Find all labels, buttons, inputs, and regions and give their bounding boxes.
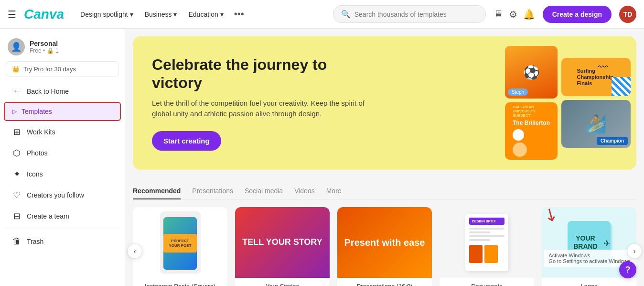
card-documents-label: Documents (467, 278, 506, 286)
search-icon: 🔍 (341, 10, 351, 19)
tab-more[interactable]: More (326, 183, 342, 199)
user-section: 👤 Personal Free • 🔒 1 (0, 34, 125, 61)
monitor-icon[interactable]: 🖥 (494, 9, 503, 20)
hero-images-col-1: ⚽ Steph HALLORAN UNIVERSITY SUBJECT The … (505, 46, 558, 160)
top-navigation: ☰ Canva Design spotlight ▾ Business ▾ Ed… (0, 0, 644, 29)
pres-text: Present with ease (344, 237, 425, 248)
card-stories[interactable]: TELL YOUR STORY Your Stories (235, 207, 330, 286)
sidebar-item-templates[interactable]: ▷ Templates (4, 102, 121, 121)
try-pro-button[interactable]: 👑 Try Pro for 30 days (6, 61, 119, 77)
photos-icon: ⬡ (11, 148, 22, 158)
presentations-thumbnail: Present with ease (337, 207, 432, 278)
athlete-photo (513, 143, 527, 157)
sidebar-item-back-home[interactable]: ← Back to Home (4, 81, 121, 101)
crown-icon: 👑 (12, 66, 20, 73)
nav-business[interactable]: Business ▾ (140, 8, 182, 21)
tabs: Recommended Presentations Social media V… (133, 183, 636, 199)
team-icon: ⊟ (11, 211, 22, 221)
nav-icon-group: 🖥 ⚙ 🔔 (494, 9, 535, 20)
tab-presentations[interactable]: Presentations (192, 183, 233, 199)
user-info: Personal Free • 🔒 1 (30, 40, 59, 54)
card-logos-label: Logos (577, 278, 601, 286)
tab-social-media[interactable]: Social media (245, 183, 283, 199)
card-stories-label: Your Stories (262, 278, 303, 286)
steph-badge: Steph (508, 88, 528, 96)
card-documents[interactable]: DESIGN BRIEF Documents (440, 207, 534, 286)
scroll-right-button[interactable]: › (627, 243, 642, 259)
card-instagram-label: Instagram Posts (Square) (141, 278, 219, 286)
nav-more-button[interactable]: ••• (230, 7, 248, 22)
nav-education[interactable]: Education ▾ (183, 8, 228, 21)
hero-card-surf-photo: 🏄 Champion (561, 100, 631, 148)
hero-card-surfing: Surfing Championship Finals 〰 (561, 58, 631, 96)
checker-pattern (612, 77, 631, 96)
create-design-button[interactable]: Create a design (543, 6, 612, 23)
trash-icon: 🗑 (11, 236, 22, 246)
instagram-thumbnail: PERFECT YOUR POST (133, 207, 227, 278)
sidebar-item-create-team[interactable]: ⊟ Create a team (4, 206, 121, 226)
icons-icon: ✦ (11, 169, 22, 179)
card-presentations-label: Presentations (16:9) (353, 278, 416, 286)
sidebar-item-trash[interactable]: 🗑 Trash (4, 231, 121, 251)
card-presentations[interactable]: Present with ease Presentations (16:9) (337, 207, 432, 286)
hero-images: ⚽ Steph HALLORAN UNIVERSITY SUBJECT The … (436, 36, 636, 170)
hero-description: Let the thrill of the competition fuel y… (152, 98, 381, 120)
nav-links: Design spotlight ▾ Business ▾ Education … (75, 7, 248, 22)
hamburger-menu[interactable]: ☰ (8, 9, 16, 20)
hero-banner: Celebrate the journey to victory Let the… (133, 36, 636, 170)
sidebar-item-work-kits[interactable]: ⊞ Work Kits (4, 122, 121, 142)
user-plan: Free • 🔒 1 (30, 47, 59, 54)
avatar[interactable]: TD (619, 6, 636, 23)
tabs-section: Recommended Presentations Social media V… (125, 177, 644, 199)
work-kits-icon: ⊞ (11, 127, 22, 137)
doc-header: DESIGN BRIEF (469, 218, 504, 225)
sidebar: 👤 Personal Free • 🔒 1 👑 Try Pro for 30 d… (0, 29, 125, 286)
chevron-right-icon: ▷ (12, 108, 17, 115)
user-avatar: 👤 (8, 38, 25, 55)
main-layout: 👤 Personal Free • 🔒 1 👑 Try Pro for 30 d… (0, 29, 644, 286)
hero-images-col-2: Surfing Championship Finals 〰 🏄 Champion (561, 58, 631, 148)
scroll-left-button[interactable]: ‹ (127, 243, 142, 259)
template-cards-section: ‹ PERFECT YOUR POST Instagram Posts (Squ… (125, 199, 644, 286)
hero-card-soccer: ⚽ Steph (505, 46, 558, 99)
user-name: Personal (30, 40, 59, 47)
notification-icon[interactable]: 🔔 (523, 9, 535, 20)
help-button[interactable]: ? (619, 261, 636, 278)
settings-icon[interactable]: ⚙ (509, 9, 517, 20)
story-text: TELL YOUR STORY (242, 238, 322, 247)
ig-badge: PERFECT YOUR POST (163, 234, 197, 253)
main-content: Celebrate the journey to victory Let the… (125, 29, 644, 286)
documents-thumbnail: DESIGN BRIEF (440, 207, 534, 278)
back-arrow-icon: ← (11, 86, 22, 96)
tab-recommended[interactable]: Recommended (133, 183, 181, 199)
stories-thumbnail: TELL YOUR STORY (235, 207, 330, 278)
search-input[interactable] (354, 11, 478, 18)
card-instagram[interactable]: PERFECT YOUR POST Instagram Posts (Squar… (133, 207, 227, 286)
search-bar[interactable]: 🔍 (333, 5, 486, 23)
start-creating-button[interactable]: Start creating (152, 131, 221, 151)
sidebar-item-photos[interactable]: ⬡ Photos (4, 143, 121, 163)
surf-decoration: 〰 (598, 62, 608, 73)
hero-content: Celebrate the journey to victory Let the… (152, 55, 381, 151)
hero-title: Celebrate the journey to victory (152, 55, 381, 92)
champion-badge: Champion (597, 137, 628, 145)
tab-videos[interactable]: Videos (294, 183, 315, 199)
creators-icon: ♡ (11, 190, 22, 200)
sidebar-item-creators[interactable]: ♡ Creators you follow (4, 185, 121, 205)
logo-brand-text: YOUR BRAND (568, 234, 603, 251)
sidebar-item-icons[interactable]: ✦ Icons (4, 164, 121, 184)
hero-card-brillion: HALLORAN UNIVERSITY SUBJECT The Brillert… (505, 102, 558, 160)
canva-logo[interactable]: Canva (24, 7, 64, 22)
nav-design-spotlight[interactable]: Design spotlight ▾ (75, 8, 138, 21)
